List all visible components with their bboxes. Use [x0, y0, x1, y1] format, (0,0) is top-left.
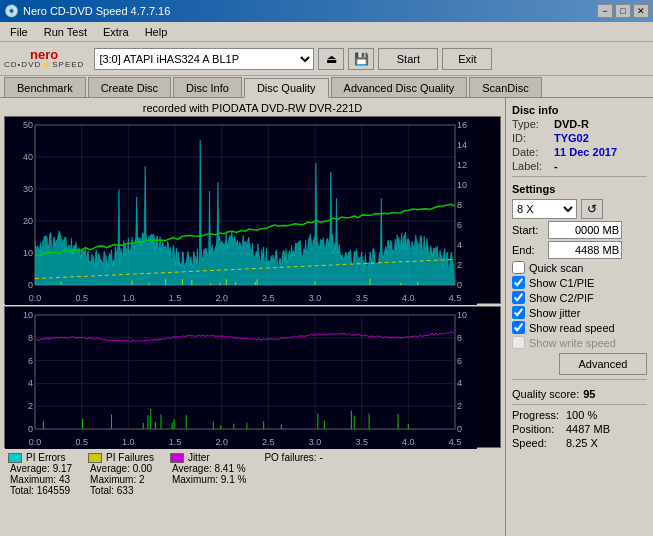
pi-failures-max-label: Maximum:: [90, 474, 136, 485]
quick-scan-label: Quick scan: [529, 262, 583, 274]
jitter-max-value: 9.1 %: [221, 474, 247, 485]
show-c1-checkbox[interactable]: [512, 276, 525, 289]
save-icon-button[interactable]: 💾: [348, 48, 374, 70]
menu-bar: File Run Test Extra Help: [0, 22, 653, 42]
date-row: Date: 11 Dec 2017: [512, 146, 647, 158]
show-write-speed-label: Show write speed: [529, 337, 616, 349]
advanced-btn-container: Advanced: [512, 351, 647, 375]
speed-stat-row: Speed: 8.25 X: [512, 437, 647, 449]
pi-failures-avg-value: 0.00: [133, 463, 152, 474]
show-jitter-row: Show jitter: [512, 306, 647, 319]
quality-score-value: 95: [583, 388, 595, 400]
exit-button[interactable]: Exit: [442, 48, 492, 70]
quick-scan-row: Quick scan: [512, 261, 647, 274]
quality-score-label: Quality score:: [512, 388, 579, 400]
show-write-speed-row: Show write speed: [512, 336, 647, 349]
show-jitter-checkbox[interactable]: [512, 306, 525, 319]
show-read-speed-label: Show read speed: [529, 322, 615, 334]
date-value: 11 Dec 2017: [554, 146, 617, 158]
show-write-speed-checkbox[interactable]: [512, 336, 525, 349]
right-panel: Disc info Type: DVD-R ID: TYG02 Date: 11…: [505, 98, 653, 536]
pi-errors-avg-value: 9.17: [53, 463, 72, 474]
chart-title: recorded with PIODATA DVD-RW DVR-221D: [4, 102, 501, 114]
menu-help[interactable]: Help: [137, 24, 176, 40]
legend-area: PI Errors Average: 9.17 Maximum: 43 Tota…: [4, 450, 501, 498]
jitter-max-label: Maximum:: [172, 474, 218, 485]
jitter-avg-value: 8.41 %: [215, 463, 246, 474]
quick-scan-checkbox[interactable]: [512, 261, 525, 274]
show-c2-label: Show C2/PIF: [529, 292, 594, 304]
pi-failures-total-label: Total:: [90, 485, 114, 496]
show-c1-label: Show C1/PIE: [529, 277, 594, 289]
title-bar-text: Nero CD-DVD Speed 4.7.7.16: [23, 5, 170, 17]
jitter-avg-label: Average:: [172, 463, 212, 474]
start-button[interactable]: Start: [378, 48, 438, 70]
speed-settings-row: 8 X Maximum 2 X 4 X 6 X 12 X ↺: [512, 199, 647, 219]
po-failures-legend: PO failures: -: [262, 452, 322, 496]
po-failures-value: -: [319, 452, 322, 463]
end-mb-row: End:: [512, 241, 647, 259]
jitter-color-box: [170, 453, 184, 463]
close-button[interactable]: ✕: [633, 4, 649, 18]
jitter-label: Jitter: [188, 452, 210, 463]
start-mb-input[interactable]: [548, 221, 622, 239]
pi-errors-max-value: 43: [59, 474, 70, 485]
tab-create-disc[interactable]: Create Disc: [88, 77, 171, 97]
tab-disc-quality[interactable]: Disc Quality: [244, 78, 329, 98]
nero-logo: nero CD•DVD⚡SPEED: [4, 48, 84, 69]
end-mb-input[interactable]: [548, 241, 622, 259]
minimize-button[interactable]: −: [597, 4, 613, 18]
tab-scan-disc[interactable]: ScanDisc: [469, 77, 541, 97]
pi-failures-legend: PI Failures Average: 0.00 Maximum: 2 Tot…: [88, 452, 154, 496]
id-label: ID:: [512, 132, 550, 144]
pi-failures-avg-label: Average:: [90, 463, 130, 474]
pi-errors-total-label: Total:: [10, 485, 34, 496]
divider-3: [512, 404, 647, 405]
nero-product-text: CD•DVD⚡SPEED: [4, 61, 84, 69]
refresh-button[interactable]: ↺: [581, 199, 603, 219]
eject-icon-button[interactable]: ⏏: [318, 48, 344, 70]
chart-area: recorded with PIODATA DVD-RW DVR-221D PI…: [0, 98, 505, 536]
title-bar-controls[interactable]: − □ ✕: [597, 4, 649, 18]
progress-value: 100 %: [566, 409, 597, 421]
jitter-legend: Jitter Average: 8.41 % Maximum: 9.1 %: [170, 452, 246, 496]
tab-bar: Benchmark Create Disc Disc Info Disc Qua…: [0, 76, 653, 98]
progress-label: Progress:: [512, 409, 562, 421]
end-mb-label: End:: [512, 244, 544, 256]
id-value: TYG02: [554, 132, 589, 144]
maximize-button[interactable]: □: [615, 4, 631, 18]
show-read-speed-checkbox[interactable]: [512, 321, 525, 334]
show-c2-checkbox[interactable]: [512, 291, 525, 304]
pi-errors-color-box: [8, 453, 22, 463]
show-c2-row: Show C2/PIF: [512, 291, 647, 304]
type-row: Type: DVD-R: [512, 118, 647, 130]
position-row: Position: 4487 MB: [512, 423, 647, 435]
disc-label-row: Label: -: [512, 160, 647, 172]
pi-errors-total-value: 164559: [37, 485, 70, 496]
tab-advanced-disc-quality[interactable]: Advanced Disc Quality: [331, 77, 468, 97]
tab-disc-info[interactable]: Disc Info: [173, 77, 242, 97]
speed-selector[interactable]: 8 X Maximum 2 X 4 X 6 X 12 X: [512, 199, 577, 219]
pi-failures-color-box: [88, 453, 102, 463]
title-bar: 💿 Nero CD-DVD Speed 4.7.7.16 − □ ✕: [0, 0, 653, 22]
divider-1: [512, 176, 647, 177]
disc-label-value: -: [554, 160, 558, 172]
menu-run-test[interactable]: Run Test: [36, 24, 95, 40]
main-area: recorded with PIODATA DVD-RW DVR-221D PI…: [0, 98, 653, 536]
disc-info-title: Disc info: [512, 104, 647, 116]
start-mb-label: Start:: [512, 224, 544, 236]
show-read-speed-row: Show read speed: [512, 321, 647, 334]
app-icon: 💿: [4, 4, 19, 18]
start-mb-row: Start:: [512, 221, 647, 239]
menu-extra[interactable]: Extra: [95, 24, 137, 40]
tab-benchmark[interactable]: Benchmark: [4, 77, 86, 97]
settings-title: Settings: [512, 183, 647, 195]
type-value: DVD-R: [554, 118, 589, 130]
toolbar: nero CD•DVD⚡SPEED [3:0] ATAPI iHAS324 A …: [0, 42, 653, 76]
pi-failures-label: PI Failures: [106, 452, 154, 463]
date-label: Date:: [512, 146, 550, 158]
menu-file[interactable]: File: [2, 24, 36, 40]
divider-2: [512, 379, 647, 380]
drive-selector[interactable]: [3:0] ATAPI iHAS324 A BL1P: [94, 48, 314, 70]
advanced-button[interactable]: Advanced: [559, 353, 647, 375]
